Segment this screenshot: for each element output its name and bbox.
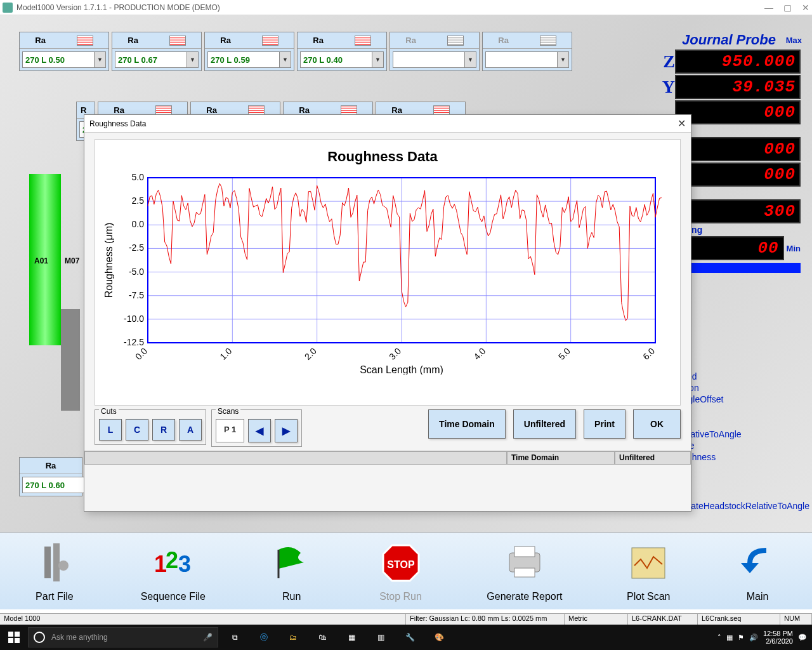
grid-icon[interactable] (169, 36, 186, 46)
chart-title: Roughness Data (100, 149, 665, 165)
grid-icon[interactable] (262, 36, 278, 46)
edge-icon[interactable]: ⓔ (250, 625, 278, 650)
svg-text:Roughness (μm): Roughness (μm) (103, 223, 114, 298)
journal-probe-title: Journal Probe (657, 32, 801, 48)
side-link[interactable]: RelativeToAngle (677, 428, 809, 440)
dropdown-icon[interactable]: ▼ (557, 52, 568, 67)
app-icon-1[interactable]: ▦ (337, 625, 365, 650)
paint-icon[interactable]: 🎨 (425, 625, 453, 650)
grid-icon[interactable] (540, 36, 556, 46)
ra-label: Ra (46, 461, 56, 470)
time-domain-button[interactable]: Time Domain (428, 409, 506, 439)
generate-report-button[interactable]: Generate Report (487, 540, 562, 602)
ra-label: Ra (220, 36, 231, 45)
unfiltered-button[interactable]: Unfiltered (513, 409, 576, 439)
minimize-button[interactable]: — (764, 3, 773, 13)
readout-6: 000 (675, 162, 801, 187)
side-link[interactable]: RotateHeadstockRelativeToAngle (677, 500, 809, 512)
volume-icon[interactable]: 🔊 (749, 633, 758, 642)
scan-next-button[interactable]: ▶ (275, 419, 298, 442)
scan-prev-button[interactable]: ◀ (248, 419, 271, 442)
side-link[interactable]: peed (677, 371, 809, 382)
svg-point-35 (58, 560, 69, 571)
cut-c-button[interactable]: C (126, 419, 148, 441)
grid-icon[interactable] (447, 36, 464, 46)
side-link[interactable]: oughness (677, 451, 809, 463)
status-empty (84, 451, 507, 465)
ra-panel: Ra 270 L 0.67▼ (112, 32, 202, 71)
grid-icon[interactable] (355, 36, 371, 46)
search-placeholder: Ask me anything (51, 633, 108, 642)
toolbar-label: Main (735, 591, 780, 602)
status-app: Model 1000 (0, 614, 406, 625)
taskbar-icons: ⧉ ⓔ 🗂 🛍 ▦ ▥ 🔧 🎨 (221, 625, 453, 650)
ra-label: Ra (405, 36, 416, 45)
search-box[interactable]: Ask me anything🎤 (28, 627, 218, 647)
svg-text:-7.5: -7.5 (129, 290, 144, 300)
tray-chevron-icon[interactable]: ˄ (717, 633, 721, 642)
readout-8: 300 (675, 199, 801, 223)
ra-panel: Ra 270 L 0.50▼ (19, 32, 109, 71)
side-link[interactable]: AngleOffset (677, 394, 809, 405)
cut-r-button[interactable]: R (152, 419, 175, 441)
svg-text:6.0: 6.0 (641, 346, 657, 362)
task-view-icon[interactable]: ⧉ (221, 625, 249, 650)
start-button[interactable] (0, 625, 28, 650)
tray-icon[interactable]: ⚑ (738, 633, 744, 642)
app-toolbar: Part File 123 Sequence File Run STOP Sto… (0, 532, 812, 609)
scan-current: P 1 (216, 419, 244, 442)
back-icon (735, 540, 780, 586)
status-timedomain: Time Domain (507, 451, 615, 465)
svg-rect-43 (514, 547, 535, 557)
svg-text:3.0: 3.0 (387, 346, 403, 362)
part-file-icon (32, 540, 77, 586)
svg-rect-46 (8, 632, 13, 637)
dropdown-icon[interactable]: ▼ (94, 52, 105, 67)
cut-l-button[interactable]: L (99, 419, 122, 441)
min-label: Min (787, 244, 801, 253)
part-file-button[interactable]: Part File (32, 540, 77, 602)
part-label-a: A01 (34, 256, 48, 265)
ra-label: Ra (299, 105, 310, 115)
app-icon-3[interactable]: 🔧 (396, 625, 424, 650)
close-icon[interactable]: ✕ (678, 117, 686, 129)
toolbar-label: Plot Scan (625, 591, 671, 602)
ra-label: Ra (206, 105, 217, 115)
mic-icon[interactable]: 🎤 (203, 633, 213, 642)
readout-3: 000 (675, 100, 801, 124)
stop-icon: STOP (378, 540, 424, 586)
svg-text:-2.5: -2.5 (129, 242, 144, 253)
tray-icon[interactable]: ▦ (726, 633, 733, 642)
app-icon-2[interactable]: ▥ (367, 625, 395, 650)
side-link[interactable]: tation (677, 382, 809, 394)
close-window-button[interactable]: ✕ (802, 3, 809, 13)
clock[interactable]: 12:58 PM 2/6/2020 (763, 630, 793, 645)
dropdown-icon[interactable]: ▼ (279, 52, 291, 67)
chart-area: Roughness Data 5.02.50.0-2.5-5.0-7.5-10.… (95, 139, 681, 406)
main-button[interactable]: Main (735, 540, 780, 602)
svg-text:5.0: 5.0 (132, 172, 145, 182)
side-link[interactable]: sure (677, 440, 809, 451)
ra-panel-row: Ra 270 L 0.50▼ Ra 270 L 0.67▼ Ra 270 L 0… (19, 32, 572, 71)
side-link[interactable]: et (677, 406, 809, 417)
dropdown-icon[interactable]: ▼ (187, 52, 198, 67)
maximize-button[interactable]: ▢ (783, 3, 792, 13)
notifications-icon[interactable]: 💬 (798, 633, 807, 642)
cut-a-button[interactable]: A (179, 419, 202, 441)
grid-icon[interactable] (77, 36, 93, 46)
plot-scan-button[interactable]: Plot Scan (625, 540, 671, 602)
scans-group: Scans P 1 ◀ ▶ (211, 409, 302, 447)
explorer-icon[interactable]: 🗂 (279, 625, 307, 650)
run-button[interactable]: Run (269, 540, 315, 602)
store-icon[interactable]: 🛍 (308, 625, 336, 650)
dropdown-icon[interactable]: ▼ (372, 52, 383, 67)
jp-text: e (676, 188, 801, 198)
main-area: Ra 270 L 0.50▼ Ra 270 L 0.67▼ Ra 270 L 0… (0, 15, 812, 599)
ok-button[interactable]: OK (633, 409, 681, 439)
cuts-group: Cuts L C R A (95, 409, 206, 445)
dialog-statusbar: Time Domain Unfiltered (84, 451, 691, 465)
print-button[interactable]: Print (584, 409, 625, 439)
dropdown-icon[interactable]: ▼ (464, 52, 476, 67)
sequence-file-button[interactable]: 123 Sequence File (141, 540, 206, 602)
dialog-titlebar: Roughness Data ✕ (84, 115, 691, 133)
